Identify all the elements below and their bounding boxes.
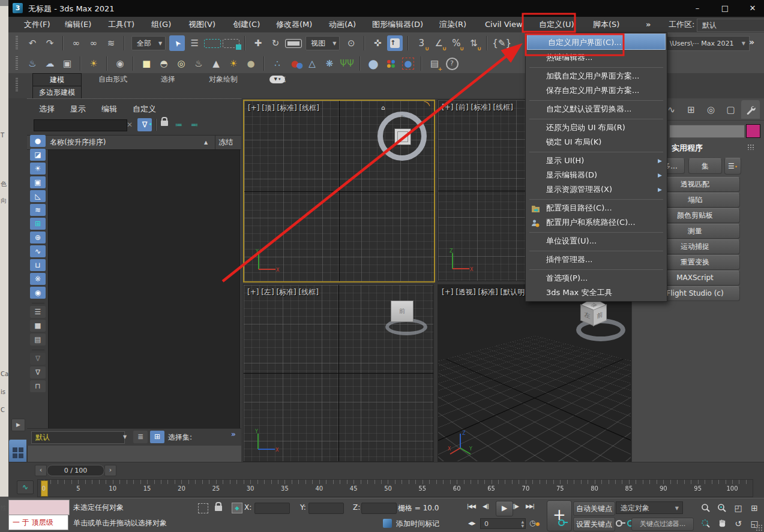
add-time-tag[interactable]: 添加时间标记 bbox=[396, 519, 439, 529]
y-coordinate-field[interactable] bbox=[308, 503, 344, 514]
rendered-frame-window-icon[interactable]: ■ bbox=[139, 56, 154, 71]
explorer-preset-dropdown[interactable]: 默认 bbox=[31, 431, 125, 444]
go-to-start-button[interactable]: |◀◀ bbox=[467, 503, 475, 509]
angle-snap-toggle-icon[interactable]: ∠∪ bbox=[431, 35, 447, 51]
menu-item-show-explorers[interactable]: 显示资源管理器(X)▶ bbox=[526, 182, 667, 197]
select-and-manipulate-icon[interactable]: ✜ bbox=[370, 35, 385, 51]
menubar-item-views[interactable]: 视图(V) bbox=[185, 17, 219, 32]
workspace-dropdown[interactable]: 默认▼ bbox=[697, 19, 764, 32]
ribbon-drag-handle[interactable] bbox=[16, 78, 18, 92]
key-mode-dropdown[interactable]: 选定对象▼ bbox=[616, 501, 683, 514]
toolbar-drag-handle[interactable] bbox=[16, 36, 18, 50]
toolbar-overflow-icon[interactable]: » bbox=[749, 37, 754, 47]
go-to-end-button[interactable]: ▶▶| bbox=[526, 503, 534, 509]
filter-helpers-icon[interactable]: ◺ bbox=[30, 190, 46, 202]
selection-filter-dropdown[interactable]: 全部▼ bbox=[131, 36, 166, 50]
viewport-left[interactable]: [+] [左] [标准] [线框] 前 YX bbox=[243, 284, 434, 462]
menubar-item-customize[interactable]: 自定义(U) bbox=[535, 17, 578, 32]
maximize-button[interactable]: □ bbox=[711, 0, 739, 17]
render-setup-icon[interactable]: ▣ bbox=[59, 56, 75, 71]
menubar-item-scripting[interactable]: 脚本(S) bbox=[589, 17, 623, 32]
ribbon-tab-建模[interactable]: 建模 bbox=[32, 73, 82, 86]
help-icon[interactable]: ? bbox=[444, 56, 460, 71]
viewcube-face[interactable] bbox=[394, 128, 411, 145]
resize-grip[interactable] bbox=[756, 524, 762, 531]
menu-item-show-ui[interactable]: 显示 UI(H)▶ bbox=[526, 154, 667, 168]
viewport-top-label[interactable]: [+] [顶] [标准] [线框] bbox=[248, 103, 319, 113]
object-name-field[interactable] bbox=[669, 125, 745, 138]
explorer-menu-编辑[interactable]: 编辑 bbox=[101, 104, 117, 115]
material-sphere-icon[interactable]: ● bbox=[365, 56, 381, 71]
snaps-toggle-3d-icon[interactable]: 3∪ bbox=[414, 35, 429, 51]
rectangular-selection-region-icon[interactable] bbox=[204, 39, 221, 48]
filter-shapes-icon[interactable]: ◪ bbox=[30, 149, 46, 161]
render-cone-icon[interactable]: ▲ bbox=[208, 56, 224, 71]
menu-item-preferences[interactable]: 首选项(P)... bbox=[526, 271, 667, 285]
time-configuration-icon[interactable]: ◷● bbox=[529, 519, 540, 527]
explorer-menu-选择[interactable]: 选择 bbox=[39, 104, 55, 115]
render-dome-icon[interactable]: ◓ bbox=[156, 56, 172, 71]
menu-item-configure-project-paths[interactable]: 配置项目路径(C)... bbox=[526, 201, 667, 215]
hierarchy-mode-icon[interactable]: ≔ bbox=[172, 119, 185, 131]
sort-ascending-icon[interactable]: ▲ bbox=[204, 136, 208, 149]
play-button[interactable]: ▶ bbox=[496, 501, 513, 516]
menubar-item-edit[interactable]: 编辑(E) bbox=[61, 17, 95, 32]
edit-named-selection-sets-icon[interactable]: {✎} bbox=[492, 35, 511, 51]
next-key-button[interactable]: › bbox=[104, 465, 116, 476]
filter-containers-icon[interactable]: ⊔ bbox=[30, 259, 46, 271]
select-by-name-icon[interactable]: ☰ bbox=[187, 35, 202, 51]
orbit-icon[interactable]: ↺ bbox=[731, 516, 745, 530]
set-keys-button[interactable]: + bbox=[547, 500, 572, 531]
name-column-header[interactable]: 名称(按升序排序) bbox=[50, 136, 106, 149]
frame-arrows-icon[interactable]: ◀▶ bbox=[468, 521, 475, 526]
tab-utilities[interactable] bbox=[741, 100, 760, 119]
minimize-button[interactable]: – bbox=[684, 0, 711, 17]
previous-key-button[interactable]: ‹ bbox=[35, 465, 47, 476]
tab-motion[interactable]: ◎ bbox=[702, 100, 720, 119]
menubar-item-create[interactable]: 创建(C) bbox=[229, 17, 263, 32]
menu-item-plugin-manager[interactable]: 插件管理器... bbox=[526, 253, 667, 267]
utilities-sets-button[interactable]: 集 bbox=[688, 158, 722, 174]
footer-overflow-icon[interactable]: » bbox=[231, 430, 236, 438]
menu-item-show-editors[interactable]: 显示编辑器(D)▶ bbox=[526, 168, 667, 182]
viewport-left-label[interactable]: [+] [左] [标准] [线框] bbox=[247, 287, 319, 297]
curve-editor-toggle-icon[interactable]: ∿ bbox=[17, 480, 34, 494]
menu-item-revert-to-startup-layout[interactable]: 还原为启动 UI 布局(R) bbox=[526, 121, 667, 135]
render-sphere-icon[interactable]: ● bbox=[243, 56, 259, 71]
filter-particles-icon[interactable]: ※ bbox=[30, 273, 46, 285]
utilities-rollout-header[interactable]: 实用程序 bbox=[672, 143, 703, 154]
timeline-ruler[interactable]: 0510152025303540455055606570758085909510… bbox=[37, 479, 753, 497]
menu-item-save-custom-ui-scheme[interactable]: 保存自定义用户界面方案... bbox=[526, 83, 667, 98]
tab-display[interactable]: ▢ bbox=[721, 100, 740, 119]
menubar-item-graph-editors[interactable]: 图形编辑器(D) bbox=[368, 17, 427, 32]
filter-space-warps-icon[interactable]: ≋ bbox=[30, 204, 46, 216]
scatter-tool-icon[interactable]: ∴ bbox=[269, 56, 285, 71]
menu-item-customize-ui[interactable]: 自定义用户界面(C)... bbox=[527, 34, 666, 50]
use-pivot-point-center-icon[interactable]: ⊙ bbox=[343, 35, 359, 51]
reference-coordinate-system-dropdown[interactable]: 视图▼ bbox=[305, 36, 340, 50]
view-detail-icon[interactable]: ▤ bbox=[30, 333, 46, 345]
viewcube-compass[interactable]: 北 bbox=[377, 112, 427, 161]
viewport-top[interactable]: [+] [顶] [标准] [线框] 北 ⌂ ⌒ YX bbox=[243, 100, 435, 282]
set-key-button[interactable]: 设置关键点 bbox=[573, 517, 615, 531]
explorer-filter-button[interactable]: ∇◂ bbox=[137, 118, 152, 131]
toolbar-drag-handle[interactable] bbox=[16, 56, 18, 71]
spinner-icon[interactable]: ▲▼ bbox=[521, 519, 524, 528]
flat-mode-icon[interactable]: ≕ bbox=[188, 119, 201, 131]
explorer-search-input[interactable] bbox=[34, 119, 127, 131]
menu-item-hotkey-editor[interactable]: 热键编辑器... bbox=[526, 50, 667, 65]
close-button[interactable]: ✕ bbox=[739, 0, 764, 17]
hierarchy-view-icon[interactable]: ⊞ bbox=[150, 431, 164, 443]
zoom-region-icon[interactable] bbox=[699, 516, 713, 530]
menubar-item-animation[interactable]: 动画(A) bbox=[325, 17, 359, 32]
select-and-rotate-icon[interactable]: ↻ bbox=[268, 35, 283, 51]
zoom-extents-all-icon[interactable]: ⊞ bbox=[747, 501, 762, 515]
rail-expand-button[interactable]: ▶ bbox=[11, 419, 25, 431]
pyramid-tool-icon[interactable]: △ bbox=[304, 56, 320, 71]
filter-cameras-icon[interactable]: ▣ bbox=[30, 176, 46, 188]
viewport-perspective[interactable]: [+] [透视] [标准] [默认明暗处理] 顶 左 前 ZXY bbox=[438, 284, 631, 462]
maxscript-mini-listener-white[interactable]: 一 于 顶层级 bbox=[8, 515, 68, 530]
isolate-toggle-icon[interactable] bbox=[198, 503, 208, 513]
color-balls-icon[interactable] bbox=[383, 56, 399, 71]
previous-frame-button[interactable]: ◀|| bbox=[483, 503, 489, 509]
